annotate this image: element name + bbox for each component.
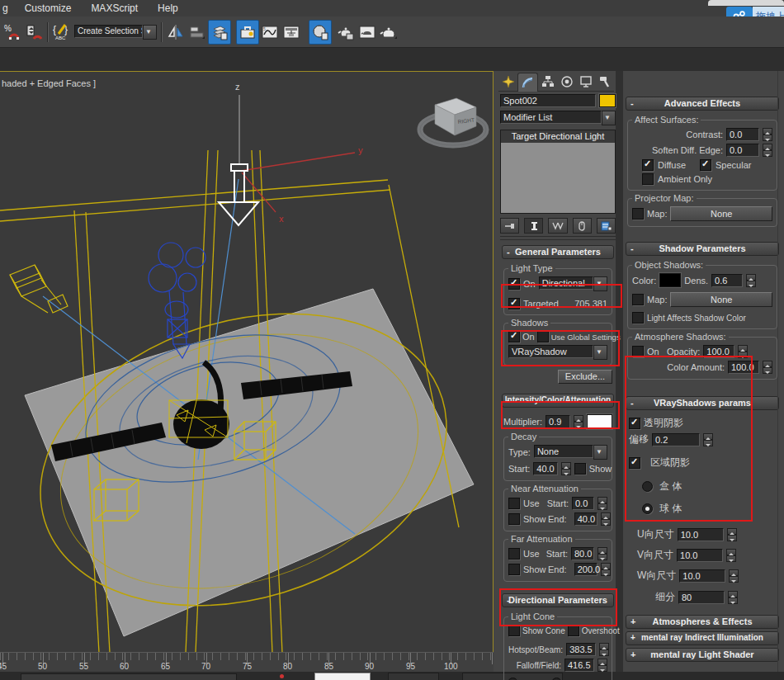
u-size-spinner[interactable] [727, 528, 737, 541]
tab-display[interactable] [576, 73, 595, 92]
density-field[interactable]: 0.6 [711, 274, 743, 287]
area-shadows-checkbox[interactable] [629, 457, 640, 469]
shadow-type-arrow[interactable] [593, 345, 607, 360]
projector-map-checkbox[interactable] [632, 208, 644, 220]
light-type-dropdown[interactable]: Directional [539, 276, 607, 291]
soften-field[interactable]: 0.0 [726, 144, 759, 157]
decay-start-field[interactable]: 40.0 [533, 462, 557, 475]
modifier-list-value[interactable]: Modifier List [500, 111, 602, 124]
tab-hierarchy[interactable] [538, 73, 557, 92]
u-size-field[interactable]: 10.0 [678, 528, 724, 541]
stack-item-selected[interactable]: Target Directional Light [501, 130, 615, 143]
far-start-field[interactable]: 80.0 [571, 547, 594, 560]
named-selection-sets-button[interactable]: {}ABC [51, 21, 73, 44]
contrast-spinner[interactable] [763, 128, 772, 141]
toolbox-button[interactable] [236, 20, 259, 45]
hotspot-field[interactable]: 383.5 [566, 643, 596, 656]
spinner-snap-button[interactable] [23, 21, 45, 44]
modifier-list-dropdown[interactable]: Modifier List [500, 111, 616, 125]
bias-field[interactable]: 0.2 [652, 433, 700, 446]
pin-stack-button[interactable] [500, 218, 519, 234]
light-affects-checkbox[interactable] [632, 312, 644, 323]
w-size-field[interactable]: 10.0 [679, 569, 725, 583]
tab-modify[interactable] [517, 73, 538, 92]
rollout-header-intensity[interactable]: -Intensity/Color/Attenuation [502, 394, 614, 408]
v-size-spinner[interactable] [726, 549, 736, 562]
object-color-swatch[interactable] [599, 94, 616, 107]
near-use-checkbox[interactable] [508, 498, 520, 509]
selection-set-value[interactable]: Create Selection Se [74, 25, 143, 38]
modifier-list-arrow[interactable] [602, 111, 616, 125]
color-amount-spinner[interactable] [763, 361, 772, 374]
light-color-swatch[interactable] [587, 414, 612, 429]
remove-modifier-button[interactable] [573, 218, 592, 234]
selection-set-arrow[interactable] [143, 25, 157, 40]
w-size-spinner[interactable] [729, 569, 739, 583]
bias-spinner[interactable] [703, 433, 713, 446]
render-setup-button[interactable] [335, 21, 357, 44]
near-start-field[interactable]: 0.0 [572, 497, 594, 510]
transparent-shadows-checkbox[interactable] [629, 418, 640, 429]
box-radio[interactable] [642, 481, 653, 492]
rollout-header-general[interactable]: -General Parameters [502, 245, 614, 259]
soften-spinner[interactable] [763, 144, 772, 157]
decay-type-arrow[interactable] [593, 445, 607, 460]
decay-start-spinner[interactable] [561, 462, 571, 475]
falloff-field[interactable]: 416.5 [564, 659, 594, 672]
rollout-header-mr-shader[interactable]: +mental ray Light Shader [626, 648, 779, 662]
v-size-field[interactable]: 10.0 [677, 549, 723, 562]
align-button[interactable] [187, 21, 208, 44]
overshoot-checkbox[interactable] [568, 625, 579, 636]
object-name-field[interactable]: Spot002 [500, 94, 596, 107]
rollout-header-advanced[interactable]: -Advanced Effects [626, 97, 779, 111]
light-type-value[interactable]: Directional [539, 276, 593, 290]
viewcube[interactable]: RIGHT [420, 98, 486, 145]
diffuse-checkbox[interactable] [642, 159, 654, 171]
opacity-field[interactable]: 100.0 [703, 345, 734, 358]
status-white-field[interactable] [314, 673, 371, 680]
modifier-stack[interactable]: Target Directional Light [500, 130, 616, 214]
mirror-button[interactable] [165, 21, 187, 44]
near-end-field[interactable]: 40.0 [574, 512, 597, 526]
use-global-checkbox[interactable] [537, 331, 549, 342]
tab-create[interactable] [498, 73, 517, 92]
status-dark-field[interactable] [388, 673, 439, 680]
shadow-map-button[interactable]: None [670, 292, 772, 307]
color-amount-field[interactable]: 100.0 [728, 361, 759, 374]
layer-manager-button[interactable] [208, 20, 231, 45]
light-on-checkbox[interactable] [508, 278, 520, 290]
viewport[interactable]: z y x RIGHT haded + Edged Faces ] [0, 71, 494, 652]
shadow-type-value[interactable]: VRayShadow [508, 345, 593, 358]
sphere-radio[interactable] [642, 503, 653, 514]
ambient-only-checkbox[interactable] [642, 173, 654, 185]
rendered-frame-button[interactable] [357, 21, 378, 44]
rollout-header-shadow[interactable]: -Shadow Parameters [626, 242, 779, 256]
menu-item-customize[interactable]: Customize [15, 0, 82, 17]
decay-type-dropdown[interactable]: None [534, 445, 607, 460]
rollout-header-vray[interactable]: -VRayShadows params [626, 396, 779, 410]
density-spinner[interactable] [746, 274, 756, 287]
targeted-checkbox[interactable] [508, 298, 520, 309]
subdivs-field[interactable]: 80 [678, 591, 725, 604]
show-cone-checkbox[interactable] [508, 625, 520, 636]
light-gizmo[interactable]: z y x [219, 82, 363, 225]
show-end-result-button[interactable] [524, 218, 543, 234]
specular-checkbox[interactable] [700, 159, 711, 171]
make-unique-button[interactable] [548, 218, 567, 234]
falloff-spinner[interactable] [597, 659, 607, 672]
subdivs-spinner[interactable] [728, 591, 738, 604]
material-editor-button[interactable] [309, 20, 332, 45]
multiplier-field[interactable]: 0.9 [545, 415, 570, 428]
far-show-checkbox[interactable] [508, 564, 520, 575]
rollout-header-directional[interactable]: -Directional Parameters [502, 593, 614, 607]
opacity-spinner[interactable] [738, 345, 748, 358]
schematic-view-button[interactable] [281, 21, 302, 44]
atmos-on-checkbox[interactable] [632, 346, 644, 357]
render-button[interactable] [378, 21, 399, 44]
multiplier-spinner[interactable] [574, 415, 583, 428]
timeline-ruler[interactable]: 45 50 55 60 65 70 75 80 85 90 95 100 [0, 652, 494, 673]
rollout-header-mr-indirect[interactable]: +mental ray Indirect Illumination [626, 631, 779, 645]
near-show-checkbox[interactable] [508, 513, 520, 525]
exclude-button[interactable]: Exclude... [558, 370, 612, 384]
track-bar[interactable] [21, 673, 237, 680]
